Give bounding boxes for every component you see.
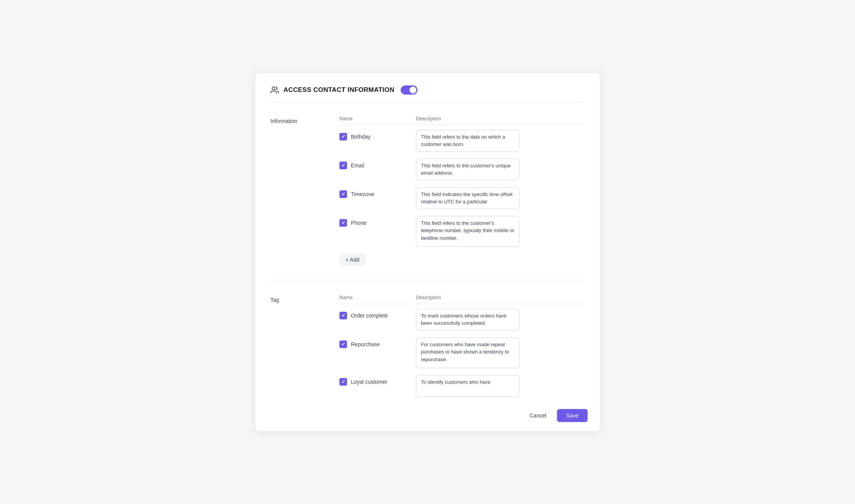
description-column-header: Description <box>416 116 441 121</box>
order-complete-description[interactable] <box>416 309 519 331</box>
order-complete-label: Order complete <box>351 313 388 319</box>
timezone-label: Timezone <box>351 191 374 197</box>
information-section-content: Name Description ✓ Birthday <box>339 115 585 266</box>
footer: Cancel Save <box>523 409 588 422</box>
page-title: ACCESS CONTACT INFORMATION <box>283 86 395 94</box>
birthday-label: Birthday <box>351 134 370 140</box>
timezone-description[interactable] <box>416 187 519 209</box>
email-checkbox[interactable]: ✓ <box>339 162 347 169</box>
tag-section-label: Tag <box>270 294 339 404</box>
table-row: ✓ Loyal customer <box>339 375 585 398</box>
email-label: Email <box>351 162 364 169</box>
header: ACCESS CONTACT INFORMATION <box>270 85 585 103</box>
table-row: ✓ Repurchase <box>339 337 585 370</box>
tag-table-header: Name Description <box>339 294 585 304</box>
birthday-description[interactable] <box>416 130 519 152</box>
tag-name-column-header: Name <box>339 295 353 300</box>
table-row: ✓ Timezone <box>339 187 585 211</box>
birthday-checkbox[interactable]: ✓ <box>339 133 347 141</box>
contact-icon <box>270 86 279 94</box>
phone-checkbox[interactable]: ✓ <box>339 219 347 227</box>
information-table-header: Name Description <box>339 115 585 125</box>
phone-label: Phone <box>351 220 366 226</box>
email-description[interactable] <box>416 159 519 180</box>
timezone-checkbox[interactable]: ✓ <box>339 190 347 198</box>
tag-section-content: Name Description ✓ Order complete <box>339 294 585 404</box>
modal-container: ACCESS CONTACT INFORMATION Information N… <box>255 73 600 431</box>
svg-point-0 <box>272 87 275 89</box>
loyal-customer-label: Loyal customer <box>351 379 387 385</box>
section-divider <box>270 281 585 281</box>
repurchase-label: Repurchase <box>351 341 380 347</box>
table-row: ✓ Email <box>339 159 585 182</box>
add-information-button[interactable]: + Add <box>339 254 365 266</box>
loyal-customer-description[interactable] <box>416 375 519 397</box>
save-button[interactable]: Save <box>557 409 588 422</box>
order-complete-checkbox[interactable]: ✓ <box>339 312 347 319</box>
phone-description[interactable] <box>416 216 519 247</box>
repurchase-checkbox[interactable]: ✓ <box>339 340 347 348</box>
table-row: ✓ Birthday <box>339 130 585 153</box>
cancel-button[interactable]: Cancel <box>523 409 552 422</box>
table-row: ✓ Phone <box>339 216 585 248</box>
tag-description-column-header: Description <box>416 295 441 300</box>
information-section: Information Name Description ✓ Birthday <box>270 115 585 266</box>
name-column-header: Name <box>339 116 353 121</box>
loyal-customer-checkbox[interactable]: ✓ <box>339 378 347 386</box>
table-row: ✓ Order complete <box>339 309 585 332</box>
tag-section: Tag Name Description ✓ Order complete <box>270 294 585 404</box>
information-section-label: Information <box>270 115 339 266</box>
repurchase-description[interactable] <box>416 337 519 368</box>
access-toggle[interactable] <box>401 85 418 95</box>
